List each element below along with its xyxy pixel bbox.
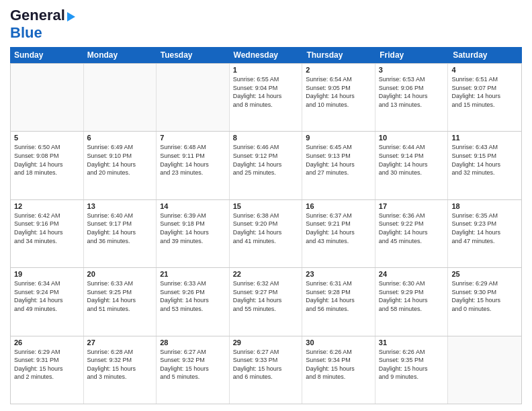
day-number: 7	[160, 134, 226, 142]
day-info: Sunrise: 6:44 AM Sunset: 9:14 PM Dayligh…	[379, 143, 445, 177]
day-number: 28	[160, 338, 226, 347]
logo-line1: General	[10, 7, 75, 24]
day-number: 11	[451, 134, 518, 142]
day-number: 12	[14, 202, 80, 210]
day-info: Sunrise: 6:36 AM Sunset: 9:22 PM Dayligh…	[379, 212, 445, 245]
day-info: Sunrise: 6:38 AM Sunset: 9:20 PM Dayligh…	[233, 212, 299, 245]
logo: General Blue	[10, 7, 75, 42]
day-info: Sunrise: 6:28 AM Sunset: 9:32 PM Dayligh…	[87, 348, 153, 381]
day-info: Sunrise: 6:42 AM Sunset: 9:16 PM Dayligh…	[14, 212, 80, 245]
day-number: 26	[14, 338, 80, 347]
calendar-cell: 25Sunrise: 6:29 AM Sunset: 9:30 PM Dayli…	[448, 268, 521, 335]
calendar-cell: 22Sunrise: 6:32 AM Sunset: 9:27 PM Dayli…	[230, 268, 303, 335]
day-number: 4	[451, 66, 518, 74]
day-number: 27	[87, 338, 153, 347]
day-info: Sunrise: 6:55 AM Sunset: 9:04 PM Dayligh…	[233, 75, 299, 109]
day-info: Sunrise: 6:34 AM Sunset: 9:24 PM Dayligh…	[14, 279, 80, 313]
day-info: Sunrise: 6:29 AM Sunset: 9:31 PM Dayligh…	[14, 348, 80, 381]
calendar-cell: 18Sunrise: 6:35 AM Sunset: 9:23 PM Dayli…	[448, 200, 521, 267]
day-info: Sunrise: 6:31 AM Sunset: 9:28 PM Dayligh…	[306, 279, 371, 313]
day-info: Sunrise: 6:27 AM Sunset: 9:32 PM Dayligh…	[160, 348, 226, 381]
day-number: 14	[160, 202, 226, 210]
day-number: 29	[233, 338, 299, 347]
calendar-cell: 30Sunrise: 6:26 AM Sunset: 9:34 PM Dayli…	[302, 336, 375, 404]
day-number: 18	[451, 202, 518, 210]
day-info: Sunrise: 6:50 AM Sunset: 9:08 PM Dayligh…	[14, 143, 80, 177]
day-info: Sunrise: 6:37 AM Sunset: 9:21 PM Dayligh…	[306, 212, 371, 245]
day-info: Sunrise: 6:35 AM Sunset: 9:23 PM Dayligh…	[451, 212, 518, 245]
calendar-cell: 23Sunrise: 6:31 AM Sunset: 9:28 PM Dayli…	[302, 268, 375, 335]
calendar-cell: 19Sunrise: 6:34 AM Sunset: 9:24 PM Dayli…	[11, 268, 84, 335]
calendar-cell: 5Sunrise: 6:50 AM Sunset: 9:08 PM Daylig…	[11, 132, 84, 199]
calendar-cell: 16Sunrise: 6:37 AM Sunset: 9:21 PM Dayli…	[302, 200, 375, 267]
day-number: 10	[379, 134, 445, 142]
logo-arrow-icon	[67, 12, 75, 21]
calendar-cell: 21Sunrise: 6:33 AM Sunset: 9:26 PM Dayli…	[157, 268, 230, 335]
day-number: 19	[14, 270, 80, 278]
calendar-cell: 28Sunrise: 6:27 AM Sunset: 9:32 PM Dayli…	[157, 336, 230, 404]
day-info: Sunrise: 6:40 AM Sunset: 9:17 PM Dayligh…	[87, 212, 153, 245]
day-info: Sunrise: 6:54 AM Sunset: 9:05 PM Dayligh…	[306, 75, 371, 109]
calendar-cell: 26Sunrise: 6:29 AM Sunset: 9:31 PM Dayli…	[11, 336, 84, 404]
calendar-row-1: 5Sunrise: 6:50 AM Sunset: 9:08 PM Daylig…	[11, 131, 521, 199]
calendar-cell: 10Sunrise: 6:44 AM Sunset: 9:14 PM Dayli…	[375, 132, 449, 199]
day-info: Sunrise: 6:39 AM Sunset: 9:18 PM Dayligh…	[160, 212, 226, 245]
day-number: 3	[379, 66, 445, 74]
calendar-cell: 13Sunrise: 6:40 AM Sunset: 9:17 PM Dayli…	[84, 200, 157, 267]
day-info: Sunrise: 6:30 AM Sunset: 9:29 PM Dayligh…	[379, 279, 445, 313]
day-info: Sunrise: 6:51 AM Sunset: 9:07 PM Dayligh…	[451, 75, 518, 109]
day-number: 30	[306, 338, 371, 347]
calendar-cell: 3Sunrise: 6:53 AM Sunset: 9:06 PM Daylig…	[375, 64, 449, 131]
day-info: Sunrise: 6:26 AM Sunset: 9:34 PM Dayligh…	[306, 348, 371, 381]
day-info: Sunrise: 6:46 AM Sunset: 9:12 PM Dayligh…	[233, 143, 299, 177]
logo-text-blue: Blue	[10, 24, 42, 41]
calendar-cell: 4Sunrise: 6:51 AM Sunset: 9:07 PM Daylig…	[448, 64, 521, 131]
day-number: 5	[14, 134, 80, 142]
day-number: 17	[379, 202, 445, 210]
day-number: 24	[379, 270, 445, 278]
day-number: 6	[87, 134, 153, 142]
day-number: 13	[87, 202, 153, 210]
calendar-cell: 27Sunrise: 6:28 AM Sunset: 9:32 PM Dayli…	[84, 336, 157, 404]
calendar-body: 1Sunrise: 6:55 AM Sunset: 9:04 PM Daylig…	[10, 63, 522, 404]
logo-line2: Blue	[10, 24, 42, 42]
calendar: SundayMondayTuesdayWednesdayThursdayFrid…	[10, 47, 522, 404]
calendar-row-0: 1Sunrise: 6:55 AM Sunset: 9:04 PM Daylig…	[11, 63, 521, 131]
day-info: Sunrise: 6:48 AM Sunset: 9:11 PM Dayligh…	[160, 143, 226, 177]
day-info: Sunrise: 6:33 AM Sunset: 9:25 PM Dayligh…	[87, 279, 153, 313]
day-number: 22	[233, 270, 299, 278]
day-number: 2	[306, 66, 371, 74]
header-cell-monday: Monday	[83, 47, 157, 63]
day-info: Sunrise: 6:33 AM Sunset: 9:26 PM Dayligh…	[160, 279, 226, 313]
day-number: 23	[306, 270, 371, 278]
calendar-cell: 15Sunrise: 6:38 AM Sunset: 9:20 PM Dayli…	[230, 200, 303, 267]
calendar-cell: 1Sunrise: 6:55 AM Sunset: 9:04 PM Daylig…	[230, 64, 303, 131]
day-info: Sunrise: 6:43 AM Sunset: 9:15 PM Dayligh…	[451, 143, 518, 177]
calendar-cell	[84, 64, 157, 131]
calendar-row-4: 26Sunrise: 6:29 AM Sunset: 9:31 PM Dayli…	[11, 336, 521, 404]
day-number: 31	[379, 338, 445, 347]
header-cell-tuesday: Tuesday	[157, 47, 230, 63]
calendar-cell	[157, 64, 230, 131]
calendar-cell: 31Sunrise: 6:26 AM Sunset: 9:35 PM Dayli…	[375, 336, 449, 404]
calendar-cell: 8Sunrise: 6:46 AM Sunset: 9:12 PM Daylig…	[230, 132, 303, 199]
calendar-cell: 2Sunrise: 6:54 AM Sunset: 9:05 PM Daylig…	[302, 64, 375, 131]
calendar-cell: 7Sunrise: 6:48 AM Sunset: 9:11 PM Daylig…	[157, 132, 230, 199]
page: General Blue SundayMondayTuesdayWednesda…	[0, 0, 532, 411]
day-number: 21	[160, 270, 226, 278]
day-number: 1	[233, 66, 299, 74]
day-info: Sunrise: 6:45 AM Sunset: 9:13 PM Dayligh…	[306, 143, 371, 177]
calendar-row-2: 12Sunrise: 6:42 AM Sunset: 9:16 PM Dayli…	[11, 199, 521, 267]
day-info: Sunrise: 6:53 AM Sunset: 9:06 PM Dayligh…	[379, 75, 445, 109]
calendar-cell: 20Sunrise: 6:33 AM Sunset: 9:25 PM Dayli…	[84, 268, 157, 335]
day-number: 20	[87, 270, 153, 278]
calendar-cell: 29Sunrise: 6:27 AM Sunset: 9:33 PM Dayli…	[230, 336, 303, 404]
calendar-header: SundayMondayTuesdayWednesdayThursdayFrid…	[10, 47, 522, 63]
day-number: 16	[306, 202, 371, 210]
calendar-cell: 14Sunrise: 6:39 AM Sunset: 9:18 PM Dayli…	[157, 200, 230, 267]
calendar-row-3: 19Sunrise: 6:34 AM Sunset: 9:24 PM Dayli…	[11, 267, 521, 335]
day-info: Sunrise: 6:27 AM Sunset: 9:33 PM Dayligh…	[233, 348, 299, 381]
day-number: 15	[233, 202, 299, 210]
header: General Blue	[10, 7, 522, 42]
calendar-cell	[11, 64, 84, 131]
